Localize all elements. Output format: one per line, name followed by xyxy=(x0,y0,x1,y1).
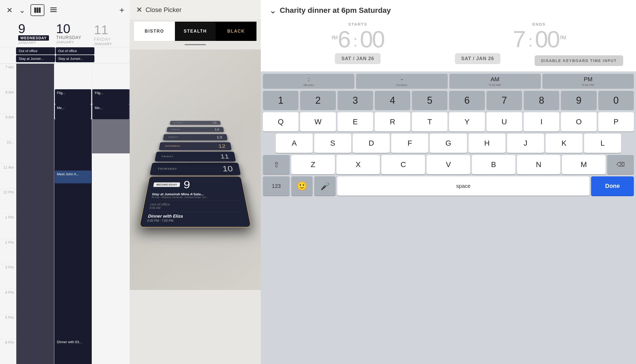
editor-chevron-icon[interactable]: ⌄ xyxy=(269,5,277,16)
tile-sunday-13[interactable]: SUNDAY 13 xyxy=(163,134,228,141)
kb-key-f[interactable]: F xyxy=(391,134,428,153)
event-dinner-eli[interactable]: Dinner with Eli... xyxy=(55,338,91,351)
kb-minutes-key[interactable]: : Minutes xyxy=(263,74,354,89)
time-4pm: 4 Pm xyxy=(0,289,16,314)
kb-key-k[interactable]: K xyxy=(546,134,583,153)
kb-key-n[interactable]: N xyxy=(517,155,561,174)
tile-friday-11[interactable]: FRIDAY 11 xyxy=(155,152,236,162)
kb-key-s[interactable]: S xyxy=(314,134,351,153)
grid-view-button[interactable] xyxy=(30,4,44,16)
tile-wednesday-9-selected[interactable]: WEDNESDAY 9 Stay at Jumeirah Mina A'Sala… xyxy=(139,176,251,227)
kb-key-j[interactable]: J xyxy=(507,134,544,153)
kb-key-i[interactable]: I xyxy=(524,112,559,131)
end-date-badge[interactable]: SAT / JAN 26 xyxy=(455,53,501,64)
theme-black-button[interactable]: BLACK xyxy=(216,22,256,41)
event-flight-thu-label: Flig... xyxy=(55,89,91,96)
kb-key-g[interactable]: G xyxy=(430,134,467,153)
kb-key-v[interactable]: V xyxy=(427,155,470,174)
all-day-event-stay-wed[interactable]: Stay at Jumeir... xyxy=(16,55,55,62)
kb-pm-key[interactable]: PM "6:00 PM" xyxy=(542,74,634,89)
theme-stealth-button[interactable]: STEALTH xyxy=(175,22,216,41)
kb-shift-key[interactable]: ⇧ xyxy=(263,155,290,174)
picker-close-button[interactable]: ✕ xyxy=(136,5,142,14)
kb-key-e[interactable]: E xyxy=(338,112,373,131)
kb-duration-key[interactable]: - Duration xyxy=(356,74,447,89)
event-flight-fri[interactable]: Flig... xyxy=(93,89,129,104)
tile-saturday-15[interactable]: SATURDAY 15 xyxy=(170,121,221,125)
kb-key-x[interactable]: X xyxy=(336,155,380,174)
picker-title: Close Picker xyxy=(145,6,182,14)
all-day-event-oof-thu[interactable]: Out of office xyxy=(56,47,95,55)
kb-am-key[interactable]: AM "6:00 AM" xyxy=(449,74,541,89)
kb-key-8[interactable]: 8 xyxy=(524,91,559,110)
kb-key-t[interactable]: T xyxy=(412,112,447,131)
tile-day-thu10: THURSDAY xyxy=(158,167,177,170)
event-flight-fri-label: Flig... xyxy=(93,89,129,96)
tile-thursday-10[interactable]: THURSDAY 10 xyxy=(150,163,241,175)
picker-panel: ✕ Close Picker BISTRO STEALTH BLACK SATU… xyxy=(130,0,261,364)
cal-col-friday[interactable]: Flig... Me... xyxy=(92,64,130,364)
cal-col-wednesday[interactable] xyxy=(16,64,54,364)
kb-key-3[interactable]: 3 xyxy=(338,91,373,110)
cal-day-wednesday: 9 WEDNESDAY JANUARY xyxy=(16,20,54,47)
tile-num-13: 13 xyxy=(216,135,222,139)
time-11am: 11 Am xyxy=(0,164,16,189)
cal-col-thursday[interactable]: Flig... Me... Meet John A... Dinner with… xyxy=(54,64,92,364)
kb-123-key[interactable]: 123 xyxy=(263,176,290,196)
kb-emoji-key[interactable]: 🙂 xyxy=(291,176,313,196)
kb-space-key[interactable]: space xyxy=(337,176,589,196)
event-flight-thu[interactable]: Flig... xyxy=(55,89,91,104)
tile-saturday-12[interactable]: SATURDAY 12 xyxy=(159,142,232,150)
kb-key-q[interactable]: Q xyxy=(263,112,298,131)
kb-key-u[interactable]: U xyxy=(486,112,522,131)
all-day-event-oof-wed[interactable]: Out of office xyxy=(16,47,55,55)
kb-key-0[interactable]: 0 xyxy=(598,91,634,110)
time-12pm: 12 Pm xyxy=(0,189,16,214)
event-me-fri[interactable]: Me... xyxy=(93,104,129,119)
kb-key-6[interactable]: 6 xyxy=(449,91,485,110)
svg-rect-3 xyxy=(50,7,57,8)
kb-pm-symbol: PM xyxy=(584,76,592,83)
start-date-badge[interactable]: SAT / JAN 26 xyxy=(335,53,381,64)
start-minute: 00 xyxy=(360,26,384,52)
tile-monday-14[interactable]: MONDAY 14 xyxy=(167,127,224,132)
kb-key-r[interactable]: R xyxy=(375,112,410,131)
kb-dash-symbol: - xyxy=(401,76,403,83)
cal-day-num-9: 9 xyxy=(18,22,25,35)
kb-key-9[interactable]: 9 xyxy=(561,91,596,110)
disable-keyboard-btn[interactable]: DISABLE KEYBOARD TIME INPUT xyxy=(535,55,623,66)
kb-delete-key[interactable]: ⌫ xyxy=(607,155,634,174)
all-day-event-stay-thu[interactable]: Stay at Jumeir... xyxy=(56,55,95,62)
kb-key-w[interactable]: W xyxy=(300,112,336,131)
kb-done-key[interactable]: Done xyxy=(591,176,634,196)
tile-selected-num: 9 xyxy=(183,180,190,190)
list-view-button[interactable] xyxy=(49,5,58,16)
tile-event-dinner-time: 6:00 PM - 7:00 PM xyxy=(147,219,244,223)
kb-key-c[interactable]: C xyxy=(381,155,425,174)
kb-key-7[interactable]: 7 xyxy=(486,91,522,110)
kb-key-d[interactable]: D xyxy=(353,134,390,153)
kb-key-o[interactable]: O xyxy=(561,112,596,131)
event-meet-john[interactable]: Meet John A... xyxy=(55,171,91,183)
kb-key-p[interactable]: P xyxy=(598,112,634,131)
kb-key-y[interactable]: Y xyxy=(449,112,485,131)
add-event-button[interactable]: + xyxy=(119,5,124,15)
kb-key-z[interactable]: Z xyxy=(291,155,335,174)
kb-key-m[interactable]: M xyxy=(562,155,606,174)
kb-key-l[interactable]: L xyxy=(584,134,621,153)
chevron-down-button[interactable]: ⌄ xyxy=(18,5,26,16)
theme-bistro-button[interactable]: BISTRO xyxy=(134,22,175,41)
kb-key-b[interactable]: B xyxy=(472,155,515,174)
kb-pm-label: "6:00 PM" xyxy=(581,83,595,87)
kb-mic-key[interactable]: 🎤 xyxy=(314,176,336,196)
kb-key-2[interactable]: 2 xyxy=(300,91,336,110)
kb-key-4[interactable]: 4 xyxy=(375,91,410,110)
kb-key-h[interactable]: H xyxy=(469,134,505,153)
event-meet-thu[interactable]: Me... xyxy=(55,104,91,119)
close-button[interactable]: ✕ xyxy=(5,5,14,16)
cal-day-sub-jan2: JANUARY xyxy=(56,40,74,44)
kb-key-1[interactable]: 1 xyxy=(263,91,298,110)
kb-key-5[interactable]: 5 xyxy=(412,91,447,110)
kb-key-a[interactable]: A xyxy=(276,134,313,153)
tile-num-12: 12 xyxy=(218,144,226,149)
